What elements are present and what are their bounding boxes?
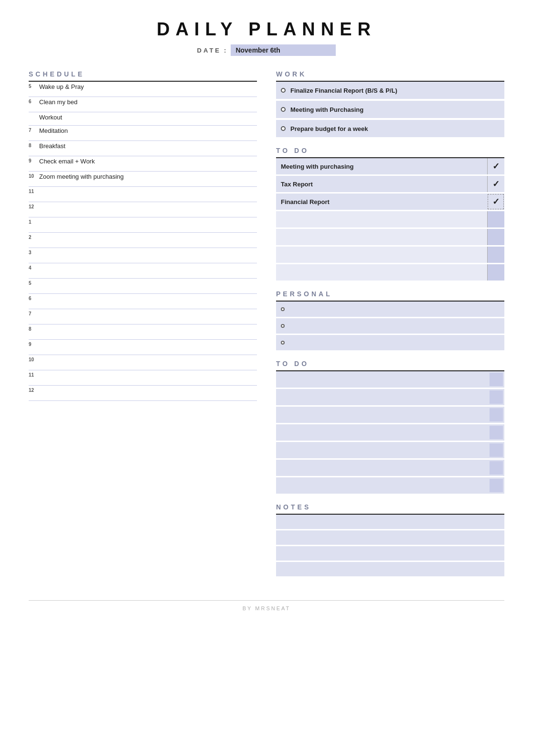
todo-check: [487, 229, 504, 245]
work-bullet: [281, 126, 286, 131]
schedule-hour: 7: [29, 311, 37, 316]
todo-text: [276, 270, 487, 274]
schedule-hour: 11: [29, 372, 37, 378]
schedule-row: 7 Meditation: [29, 126, 257, 141]
todo-bottom-text: [276, 395, 488, 399]
schedule-text: Breakfast: [37, 142, 257, 150]
work-text: Finalize Financial Report (B/S & P/L): [290, 87, 397, 94]
todo-bottom-text: [276, 431, 488, 434]
todo-top-row: [276, 229, 504, 245]
notes-row: [276, 546, 504, 561]
date-value: November 6th: [231, 44, 336, 56]
schedule-hour: 9: [29, 158, 37, 163]
schedule-row: 8: [29, 324, 257, 340]
todo-text: Tax Report: [276, 179, 487, 190]
todo-bottom-row: [276, 371, 504, 388]
todo-bottom-row: [276, 424, 504, 441]
schedule-text: Check email + Work: [37, 158, 257, 165]
schedule-row: 5: [29, 279, 257, 294]
schedule-row: 1: [29, 217, 257, 233]
footer: BY MRSNEAT: [29, 600, 504, 611]
schedule-section-title: SCHEDULE: [29, 70, 257, 78]
todo-bottom-check: [490, 443, 503, 457]
schedule-hour: 2: [29, 234, 37, 240]
todo-bottom-row: [276, 460, 504, 476]
todo-check: ✓: [487, 176, 504, 192]
schedule-hour: 12: [29, 204, 37, 209]
personal-bullet: [281, 341, 285, 345]
work-text: Meeting with Purchasing: [290, 106, 363, 113]
schedule-row: 11: [29, 187, 257, 202]
schedule-hour: 1: [29, 219, 37, 225]
personal-bullet: [281, 324, 285, 328]
todo-bottom-check: [490, 408, 503, 421]
work-bullet: [281, 107, 286, 112]
todo-bottom-check: [490, 390, 503, 404]
date-label: DATE: [197, 47, 221, 54]
todo-bottom-text: [276, 484, 488, 487]
todo-bottom-section-title: TO DO: [276, 360, 504, 367]
personal-item: [276, 335, 504, 350]
work-item: Prepare budget for a week: [276, 120, 504, 137]
schedule-row: 8 Breakfast: [29, 141, 257, 156]
schedule-row: 10 Zoom meeting with purchasing: [29, 172, 257, 187]
schedule-hour: 8: [29, 326, 37, 332]
schedule-row: 7: [29, 309, 257, 324]
todo-bottom-text: [276, 448, 488, 452]
schedule-row: 9 Check email + Work: [29, 156, 257, 172]
schedule-text: Meditation: [37, 127, 257, 134]
schedule-row: 12: [29, 386, 257, 401]
personal-section-title: PERSONAL: [276, 290, 504, 298]
todo-top-section-title: TO DO: [276, 147, 504, 154]
schedule-row: 3: [29, 248, 257, 263]
personal-list: [276, 302, 504, 350]
schedule-hour: 8: [29, 142, 37, 148]
schedule-row: 6 Clean my bed: [29, 97, 257, 112]
notes-section-title: NOTES: [276, 503, 504, 511]
schedule-hour: 4: [29, 265, 37, 270]
date-colon: :: [224, 47, 228, 54]
todo-text: Meeting with purchasing: [276, 161, 487, 172]
schedule-hour: 12: [29, 387, 37, 393]
schedule-text: Zoom meeting with purchasing: [37, 173, 257, 180]
schedule-hour: 10: [29, 173, 37, 179]
work-section-title: WORK: [276, 70, 504, 78]
notes-list: [276, 515, 504, 576]
todo-bottom-row: [276, 477, 504, 494]
schedule-hour: 10: [29, 356, 37, 362]
schedule-text: Wake up & Pray: [37, 83, 257, 90]
personal-item: [276, 318, 504, 334]
todo-top-row: [276, 264, 504, 281]
schedule-hour: 3: [29, 249, 37, 255]
todo-check: ✓: [487, 158, 504, 174]
page-title: DAILY PLANNER: [29, 19, 504, 40]
todo-bottom-text: [276, 466, 488, 470]
notes-row: [276, 515, 504, 529]
todo-top-row: Meeting with purchasing ✓: [276, 158, 504, 174]
todo-top-row: [276, 211, 504, 227]
schedule-row: 11: [29, 370, 257, 386]
todo-bottom-text: [276, 413, 488, 417]
todo-bottom-check: [490, 461, 503, 475]
work-bullet: [281, 88, 286, 93]
schedule-text: Clean my bed: [37, 98, 257, 106]
schedule-row: 2: [29, 233, 257, 248]
todo-text: [276, 253, 487, 257]
schedule-row: 9: [29, 340, 257, 355]
todo-bottom-check: [490, 373, 503, 386]
schedule-hour: 6: [29, 98, 37, 104]
schedule-row: 6: [29, 294, 257, 309]
schedule-hour: 7: [29, 127, 37, 133]
schedule-hour: 5: [29, 83, 37, 89]
schedule-hour: 6: [29, 295, 37, 301]
todo-top-list: Meeting with purchasing ✓ Tax Report ✓ F…: [276, 158, 504, 281]
notes-row: [276, 562, 504, 576]
schedule-list: 5 Wake up & Pray 6 Clean my bed Workout …: [29, 82, 257, 401]
work-text: Prepare budget for a week: [290, 125, 368, 132]
todo-top-row: [276, 247, 504, 263]
personal-bullet: [281, 307, 285, 311]
todo-check: [487, 264, 504, 281]
todo-bottom-row: [276, 407, 504, 423]
todo-bottom-text: [276, 378, 488, 381]
todo-bottom-check: [490, 426, 503, 439]
